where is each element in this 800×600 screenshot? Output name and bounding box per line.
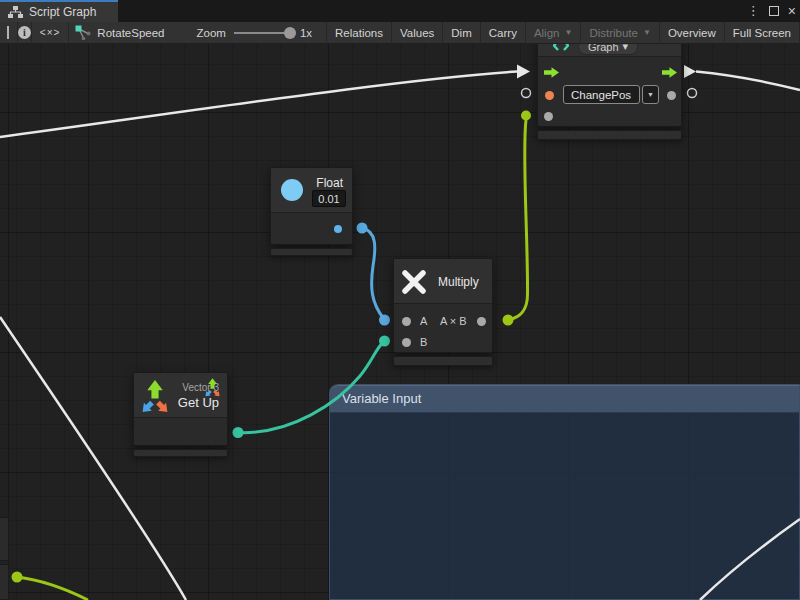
relations-button[interactable]: Relations — [327, 22, 392, 44]
wire-white-left[interactable] — [0, 317, 186, 600]
port-input-gray[interactable] — [544, 112, 553, 121]
fullscreen-button[interactable]: Full Screen — [725, 22, 800, 44]
window-menu-icon[interactable]: ⋮ — [747, 0, 760, 22]
lock-icon — [7, 27, 9, 39]
wire-endpoint-multiply-b[interactable] — [379, 336, 390, 347]
graph-name: RotateSpeed — [97, 27, 164, 39]
float-output-port[interactable] — [334, 225, 342, 233]
zoom-value: 1x — [300, 27, 312, 39]
multiply-label-b: B — [420, 336, 427, 348]
wire-float-to-multiply[interactable] — [362, 228, 384, 319]
multiply-label-a: A — [420, 315, 427, 327]
multiply-title: Multiply — [438, 275, 479, 289]
variable-dropdown-value[interactable]: ChangePos — [563, 85, 640, 104]
wire-white-bottom-right[interactable] — [700, 519, 800, 600]
align-dropdown-icon: ▼ — [564, 28, 572, 37]
multiply-icon — [400, 268, 428, 296]
tab-title: Script Graph — [29, 5, 96, 19]
window-tab-bar: Script Graph ⋮ × — [0, 0, 800, 22]
script-graph-icon — [8, 6, 23, 19]
overview-button[interactable]: Overview — [660, 22, 725, 44]
wire-flow-in[interactable] — [0, 72, 517, 138]
float-header: Float 0.01 — [271, 168, 352, 213]
window-close-icon[interactable]: × — [788, 0, 796, 22]
dim-button[interactable]: Dim — [443, 22, 480, 44]
zoom-slider-knob[interactable] — [284, 27, 296, 39]
node-multiply[interactable]: Multiply A A × B B — [393, 258, 493, 353]
multiply-footer — [393, 356, 493, 366]
multiply-header: Multiply — [394, 259, 492, 304]
wire-endpoint-bottom-left[interactable] — [12, 572, 23, 583]
empty-port-ring-right[interactable] — [688, 89, 697, 98]
node-vector3-getup[interactable]: Vector 3 Get Up — [133, 372, 228, 446]
float-footer — [270, 248, 353, 256]
flow-arrowhead-out[interactable] — [684, 65, 696, 78]
float-type-icon — [281, 179, 303, 201]
wire-vector3-to-multiply[interactable] — [238, 342, 384, 433]
zoom-slider[interactable] — [234, 32, 290, 34]
variable-dropdown[interactable]: ChangePos ▼ — [563, 85, 659, 104]
subgraph-footer — [537, 130, 682, 140]
distribute-dropdown-icon: ▼ — [643, 28, 651, 37]
offscreen-node-body[interactable] — [0, 517, 9, 561]
carry-button[interactable]: Carry — [481, 22, 526, 44]
graph-toolbar: i <×> RotateSpeed Zoom 1x Relations Valu… — [0, 22, 800, 44]
inspect-button[interactable]: i — [18, 22, 32, 44]
flow-output-arrow-icon[interactable] — [662, 67, 677, 78]
align-button: Align ▼ — [526, 22, 582, 44]
wire-endpoint-float-out[interactable] — [357, 223, 368, 234]
wire-endpoint-vector3-out[interactable] — [233, 427, 244, 438]
node-float[interactable]: Float 0.01 — [270, 167, 353, 245]
graph-breadcrumb[interactable]: RotateSpeed — [69, 25, 174, 40]
wire-endpoint-multiply-a[interactable] — [379, 315, 390, 326]
graph-ref-icon — [75, 25, 91, 40]
node-subgraph[interactable]: Graph ▾ ChangePos ▼ — [537, 36, 682, 127]
multiply-port-out[interactable] — [477, 317, 486, 326]
window-maximize-icon[interactable] — [769, 6, 779, 16]
zoom-label: Zoom — [196, 27, 225, 39]
graph-canvas[interactable]: Variable Input — [0, 0, 800, 600]
dropdown-arrow-icon[interactable]: ▼ — [642, 85, 659, 104]
empty-port-ring-left[interactable] — [522, 89, 531, 98]
wire-multiply-to-subgraph[interactable] — [508, 120, 528, 320]
float-title: Float — [316, 176, 343, 190]
port-orange-input[interactable] — [545, 91, 554, 100]
wire-green-bottom-left[interactable] — [17, 577, 88, 600]
distribute-button: Distribute ▼ — [581, 22, 660, 44]
wire-endpoint-multiply-out[interactable] — [503, 315, 514, 326]
multiply-port-b[interactable] — [402, 338, 411, 347]
window-controls: ⋮ × — [747, 0, 796, 22]
values-button[interactable]: Values — [392, 22, 443, 44]
vector3-footer — [133, 449, 228, 457]
tab-script-graph[interactable]: Script Graph — [0, 2, 118, 22]
info-icon: i — [18, 26, 31, 39]
flow-input-arrow-icon[interactable] — [544, 67, 559, 78]
multiply-label-out: A × B — [440, 315, 467, 327]
float-value-field[interactable]: 0.01 — [312, 190, 346, 207]
code-view-button[interactable]: <×> — [32, 22, 70, 44]
wire-flow-out[interactable] — [696, 72, 800, 91]
lock-button[interactable] — [0, 22, 18, 44]
offscreen-node-footer — [0, 564, 9, 600]
zoom-control: Zoom 1x — [196, 22, 327, 44]
vector3-output-port[interactable] — [204, 377, 221, 398]
flow-arrowhead-in[interactable] — [517, 65, 530, 79]
multiply-port-a[interactable] — [402, 317, 411, 326]
wire-endpoint-subgraph-in[interactable] — [521, 111, 531, 121]
code-icon: <×> — [40, 27, 61, 38]
vector3-icon — [140, 378, 170, 415]
port-output-gray[interactable] — [667, 91, 676, 100]
